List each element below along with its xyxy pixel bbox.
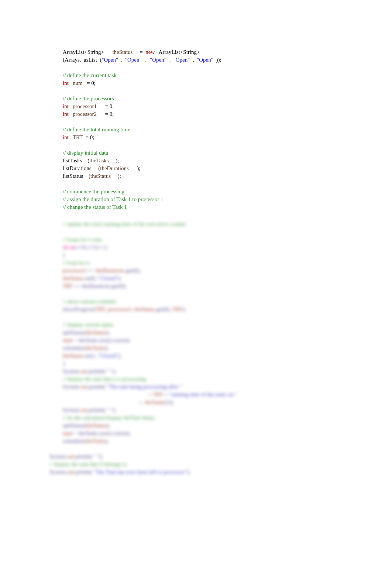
code-text: ,	[166, 57, 173, 63]
identifier: processor2	[69, 111, 97, 117]
blurred-text: );	[187, 469, 190, 475]
blurred-text: showProgress(	[63, 306, 95, 312]
blurred-text: get(0);	[112, 283, 127, 289]
comment: // assign the duration of Task 1 to proc…	[63, 196, 163, 202]
blurred-text: size()	[99, 430, 111, 436]
blurred-text: TRT	[95, 306, 105, 312]
blurred-text: +	[63, 399, 143, 405]
blurred-text: // show current commits	[63, 299, 116, 304]
blurred-text: = theTasks.	[73, 430, 99, 436]
blurred-text: // do the calculated display theTask thi…	[63, 415, 155, 421]
blurred-text: theStatus	[86, 422, 106, 428]
blurred-text: spltStatus(	[63, 330, 86, 335]
blurred-text: i=0; i<5;i++)	[76, 244, 107, 250]
blurred-text: out	[80, 384, 87, 390]
blurred-text: num	[63, 337, 73, 343]
blurred-text: );	[100, 453, 103, 459]
blurred-text: num	[63, 430, 73, 436]
blurred-text: get(0);	[126, 268, 141, 273]
code-text: );	[111, 173, 121, 179]
blurred-text: ,	[132, 306, 135, 312]
blurred-text: );	[113, 368, 116, 374]
blurred-text: processor1	[63, 268, 88, 273]
blurred-text: );	[105, 438, 109, 444]
code-document: ArrayList<String> theStatus = new ArrayL…	[0, 0, 392, 576]
code-text: listTasks (	[63, 158, 89, 163]
blurred-text: );	[118, 353, 121, 359]
blurred-text: {	[63, 252, 65, 258]
blurred-text: out	[80, 407, 87, 413]
code-text: );	[129, 165, 141, 171]
blurred-text: 1	[92, 353, 95, 359]
blurred-text: get(0)	[156, 306, 169, 312]
comment: // define the current task	[63, 72, 117, 78]
blurred-text: theTasks	[143, 399, 164, 405]
identifier: TRT	[69, 134, 83, 140]
blurred-text: System.	[63, 368, 80, 374]
blurred-text: theTasks	[86, 345, 105, 351]
blurred-text: );	[105, 345, 109, 351]
string-literal: "Open"	[173, 57, 190, 63]
blurred-text: System.	[49, 453, 67, 459]
blurred-text: 1	[166, 399, 169, 405]
code-text: = 0;	[97, 111, 114, 117]
blurred-text: do	[63, 244, 70, 250]
blurred-text: );	[182, 306, 186, 312]
code-text: (Arrays. asList (	[63, 57, 102, 63]
identifier: theTasks	[89, 158, 109, 163]
code-text: = 0;	[97, 103, 114, 109]
blurred-text: );	[106, 422, 110, 428]
code-text: =	[133, 49, 145, 55]
blurred-text: set(	[85, 275, 93, 281]
blurred-text: 0	[92, 275, 95, 281]
comment: // commence the processing	[63, 189, 124, 194]
string-literal: "Open"	[125, 57, 142, 63]
code-text: ,	[190, 57, 197, 63]
blurred-text: size()	[99, 337, 111, 343]
blurred-text: out	[80, 368, 87, 374]
blurred-text: " "	[106, 407, 113, 413]
blurred-text: );	[106, 330, 110, 335]
blurred-text: theStatus.	[63, 275, 85, 281]
blurred-text: }	[63, 361, 65, 366]
code-text: listDurations (	[63, 165, 100, 171]
blurred-text: "The Task has now been left to processor…	[92, 469, 187, 475]
blurred-text: // loops for 5 runs	[63, 237, 102, 242]
blurred-text: // display the task that it is processin…	[63, 376, 146, 382]
code-text: = 0;	[83, 134, 94, 140]
blurred-text: // display the task that it belongs to	[49, 461, 127, 467]
blurred-text: "Closed"	[98, 353, 118, 359]
blurred-code-region: // update the total running time of the …	[63, 220, 392, 476]
blurred-text: .println(	[87, 407, 106, 413]
blurred-text: .println(	[74, 469, 92, 475]
blurred-text: TRT	[172, 306, 182, 312]
blurred-text: "running time of the tasks set "	[169, 392, 238, 397]
blurred-text: );	[113, 407, 116, 413]
identifier: theDurations	[100, 165, 128, 171]
identifier: theStatus	[112, 49, 133, 55]
blurred-text: " "	[106, 368, 113, 374]
keyword-int: int	[63, 80, 69, 86]
code-text: );	[109, 158, 119, 163]
code-text: ArrayList<String>	[155, 49, 200, 55]
blurred-text: " "	[92, 453, 100, 459]
blurred-text: -current;	[111, 337, 131, 343]
blurred-text: .println(	[74, 453, 92, 459]
blurred-text: // update the total running time of the …	[63, 221, 186, 227]
blurred-text: ));	[169, 399, 174, 405]
keyword-new: new	[145, 49, 155, 55]
blurred-text: "The task being processing after "	[106, 384, 182, 390]
blurred-text: System.	[49, 469, 67, 475]
blurred-text: theStatus.	[63, 353, 85, 359]
code-text: ArrayList<String>	[63, 49, 112, 55]
code-text: = 0;	[83, 80, 96, 86]
identifier: theStatus	[90, 173, 111, 179]
identifier: num	[69, 80, 83, 86]
blurred-text: = theTasks.	[73, 337, 99, 343]
string-literal: "Open"	[197, 57, 213, 63]
keyword-int: int	[63, 111, 69, 117]
string-literal: "Open"	[150, 57, 166, 63]
blurred-text: theStatus	[86, 330, 106, 335]
keyword-int: int	[63, 103, 69, 109]
blurred-text: "Closed"	[98, 275, 118, 281]
